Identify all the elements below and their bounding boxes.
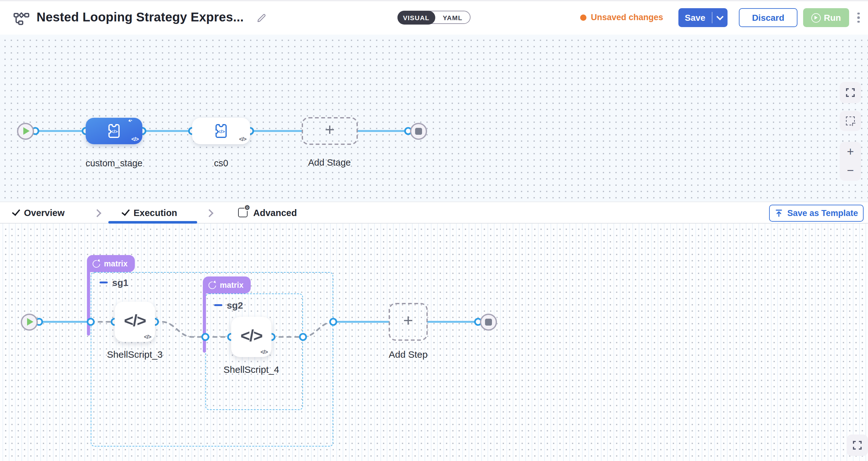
plus-icon: + xyxy=(325,122,335,139)
shell-script-icon: </> xyxy=(124,311,146,330)
stop-icon xyxy=(415,127,422,134)
custom-stage-icon: </> xyxy=(212,122,230,140)
edit-title-icon[interactable] xyxy=(256,12,267,22)
chevron-right-icon xyxy=(93,209,101,217)
upload-icon xyxy=(775,209,783,217)
step-node-shellscript-4[interactable]: </> </> xyxy=(231,317,272,357)
check-icon xyxy=(122,207,130,216)
more-options-button[interactable] xyxy=(854,9,863,26)
add-stage-button[interactable]: + xyxy=(302,117,358,145)
save-dropdown-button[interactable] xyxy=(712,15,727,20)
shell-script-icon: </> xyxy=(240,326,262,345)
code-badge-icon: </> xyxy=(131,136,138,142)
stage-tabs: Overview Execution ⚙ Advanced Save as Te… xyxy=(0,202,868,223)
fullscreen-button[interactable] xyxy=(840,82,861,103)
pipeline-icon xyxy=(13,10,30,26)
add-stage-label: Add Stage xyxy=(308,157,350,167)
code-badge-icon: </> xyxy=(260,349,268,355)
play-icon xyxy=(27,318,33,326)
looping-strategy-icon xyxy=(131,120,140,128)
stage-label: custom_stage xyxy=(86,158,143,168)
run-label: Run xyxy=(824,12,841,23)
check-icon xyxy=(12,207,20,216)
step-node-shellscript-3[interactable]: </> </> xyxy=(115,302,155,342)
save-button[interactable]: Save xyxy=(678,8,727,27)
pipeline-studio: Nested Looping Strategy Expres... VISUAL… xyxy=(0,0,868,461)
step-label: ShellScript_4 xyxy=(224,364,279,375)
visual-yaml-toggle: VISUAL YAML xyxy=(398,11,470,24)
pipeline-start-node[interactable] xyxy=(17,122,34,140)
window-top-strip xyxy=(0,0,868,1)
fullscreen-icon xyxy=(853,441,862,450)
port[interactable] xyxy=(202,334,209,340)
discard-button[interactable]: Discard xyxy=(739,8,798,27)
tab-advanced[interactable]: ⚙ Advanced xyxy=(238,202,297,223)
stage-canvas[interactable]: </> </> custom_stage </> </> cs0 + Add S… xyxy=(0,35,868,202)
stage-node-custom-stage[interactable]: </> </> xyxy=(86,118,142,144)
stage-label: cs0 xyxy=(214,158,228,168)
execution-end-node[interactable] xyxy=(480,313,497,330)
save-as-template-label: Save as Template xyxy=(787,209,858,218)
run-play-icon xyxy=(811,13,821,22)
zoom-controls: + − xyxy=(840,142,861,181)
toggle-visual[interactable]: VISUAL xyxy=(397,10,435,24)
play-icon xyxy=(23,127,29,135)
svg-text:</>: </> xyxy=(111,129,118,134)
pipeline-end-node[interactable] xyxy=(410,122,427,140)
chevron-right-icon xyxy=(205,209,213,217)
port[interactable] xyxy=(330,319,336,325)
header: Nested Looping Strategy Expres... VISUAL… xyxy=(0,0,868,35)
tab-advanced-label: Advanced xyxy=(253,208,297,218)
code-badge-icon: </> xyxy=(144,334,151,340)
tab-overview-label: Overview xyxy=(24,208,65,218)
run-button[interactable]: Run xyxy=(803,8,849,27)
tab-overview[interactable]: Overview xyxy=(14,202,65,223)
stop-icon xyxy=(485,318,492,325)
custom-stage-icon: </> xyxy=(105,122,123,140)
fullscreen-icon xyxy=(846,88,855,97)
tab-execution[interactable]: Execution xyxy=(123,202,177,223)
code-badge-icon: </> xyxy=(239,136,246,142)
advanced-settings-icon: ⚙ xyxy=(238,208,248,217)
add-step-button[interactable]: + xyxy=(389,303,428,341)
fullscreen-button[interactable] xyxy=(846,435,868,456)
plus-icon: + xyxy=(403,312,413,329)
chevron-down-icon xyxy=(716,13,724,21)
port[interactable] xyxy=(300,334,306,340)
step-connectors xyxy=(0,223,868,461)
execution-canvas[interactable]: matrix sg1 matrix sg2 xyxy=(0,223,868,461)
unsaved-dot-icon xyxy=(580,14,586,21)
step-label: ShellScript_3 xyxy=(107,349,163,360)
save-as-template-button[interactable]: Save as Template xyxy=(769,205,864,222)
multi-select-button[interactable] xyxy=(840,111,861,131)
port[interactable] xyxy=(88,319,94,325)
tab-execution-label: Execution xyxy=(133,208,177,218)
svg-text:</>: </> xyxy=(218,129,225,134)
add-step-label: Add Step xyxy=(389,349,427,360)
zoom-in-button[interactable]: + xyxy=(840,142,861,161)
toggle-yaml[interactable]: YAML xyxy=(435,11,470,23)
active-tab-underline xyxy=(108,221,197,223)
execution-start-node[interactable] xyxy=(21,313,37,330)
page-title: Nested Looping Strategy Expres... xyxy=(36,10,244,25)
save-label[interactable]: Save xyxy=(678,12,712,23)
unsaved-label: Unsaved changes xyxy=(591,12,663,22)
zoom-out-button[interactable]: − xyxy=(840,161,861,180)
stage-node-cs0[interactable]: </> </> xyxy=(192,118,250,144)
unsaved-changes: Unsaved changes xyxy=(580,0,663,35)
marquee-select-icon xyxy=(846,117,855,125)
